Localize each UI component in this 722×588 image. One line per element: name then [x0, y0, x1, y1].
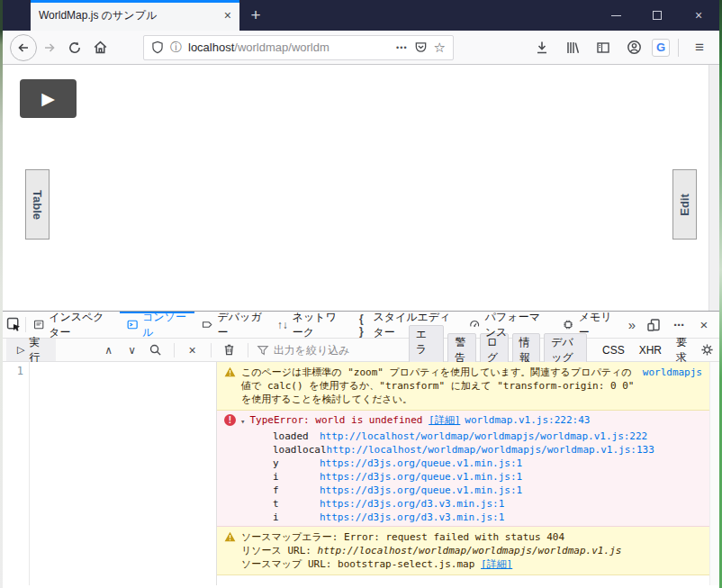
- search-icon: [149, 343, 162, 357]
- gear-icon: [700, 343, 714, 357]
- close-window-button[interactable]: ×: [678, 0, 719, 31]
- stack-frame: loadedhttp://localhost/worldmap/worldmap…: [217, 430, 709, 443]
- warning-icon: [224, 366, 236, 377]
- stack-source-link[interactable]: http://localhost/worldmap/worldmapjs/wor…: [320, 430, 647, 443]
- reload-button[interactable]: [62, 35, 87, 60]
- expand-twisty-icon[interactable]: ▾: [240, 415, 245, 429]
- sourcemap-warning-text: ソースマップエラー: Error: request failed with st…: [241, 530, 702, 571]
- toolbar-separator: [248, 343, 248, 357]
- devtools-tab-network[interactable]: ↑↓ ネットワーク: [270, 312, 352, 338]
- stack-function-name: t: [273, 497, 320, 511]
- stack-source-link[interactable]: https://d3js.org/queue.v1.min.js:1: [320, 470, 522, 484]
- browser-window: WorldMap.js のサンプル × + × ⓘ localhost/worl…: [3, 0, 719, 588]
- g-extension-button[interactable]: G: [652, 39, 670, 57]
- downloads-button[interactable]: [529, 35, 555, 60]
- devtools-tab-performance[interactable]: パフォーマンス: [462, 312, 555, 338]
- table-button[interactable]: Table: [25, 169, 50, 240]
- debugger-icon: [202, 318, 212, 331]
- warning-source-link[interactable]: worldmapjs: [643, 366, 702, 406]
- history-previous-button[interactable]: ∧: [99, 340, 119, 360]
- pocket-icon[interactable]: [414, 41, 428, 54]
- home-button[interactable]: [87, 35, 113, 60]
- site-info-icon[interactable]: ⓘ: [170, 40, 182, 56]
- stack-function-name: i: [273, 470, 320, 484]
- back-button[interactable]: [10, 34, 37, 61]
- sidebar-toggle-button[interactable]: [591, 35, 616, 60]
- navigation-toolbar: ⓘ localhost/worldmap/worldm ••• ☆ G ≡: [3, 31, 719, 65]
- tracking-protection-shield-icon: [151, 41, 164, 54]
- bookmark-star-icon[interactable]: ☆: [434, 40, 446, 56]
- browser-tab-active[interactable]: WorldMap.js のサンプル ×: [31, 0, 239, 31]
- network-icon: ↑↓: [277, 319, 288, 331]
- line-number: 1: [17, 365, 23, 377]
- sourcemap-details-link[interactable]: [詳細]: [481, 558, 512, 570]
- page-content: ▶ Table Edit: [3, 65, 719, 311]
- editor-input-area[interactable]: [30, 362, 216, 585]
- filter-css-button[interactable]: CSS: [598, 343, 629, 357]
- maximize-icon: [653, 11, 662, 20]
- devtools-tab-console[interactable]: コンソール: [120, 312, 195, 338]
- tab-close-icon[interactable]: ×: [224, 9, 231, 22]
- window-controls: ×: [595, 0, 719, 31]
- console-output: このページは非標準の "zoom" プロパティを使用しています。関連するプロパテ…: [217, 362, 719, 585]
- account-button[interactable]: [621, 35, 646, 60]
- console-editor-pane[interactable]: 1: [3, 362, 217, 585]
- url-bar[interactable]: ⓘ localhost/worldmap/worldm ••• ☆: [143, 35, 454, 60]
- tab-memory-label: メモリー: [579, 310, 615, 340]
- error-source-link[interactable]: worldmap.v1.js:222:43: [465, 413, 590, 427]
- minimize-button[interactable]: [595, 0, 636, 31]
- run-button[interactable]: ▷ 実行: [6, 339, 56, 361]
- sidebar-icon: [596, 41, 610, 55]
- editor-line-numbers: 1: [3, 362, 30, 585]
- filter-output-input[interactable]: [274, 344, 409, 357]
- play-button[interactable]: ▶: [20, 79, 77, 118]
- console-error-typeerror: ! ▾ TypeError: world is undefined [詳細] w…: [217, 411, 709, 527]
- console-warning-sourcemap: ソースマップエラー: Error: request failed with st…: [217, 527, 709, 575]
- pick-element-icon: [6, 317, 22, 332]
- stack-source-link[interactable]: https://d3js.org/d3.v3.min.js:1: [320, 511, 504, 524]
- console-filter: [257, 344, 409, 357]
- pick-element-button[interactable]: [3, 312, 25, 338]
- back-arrow-icon: [16, 41, 31, 55]
- history-controls: ∧ ∨ ×: [99, 340, 253, 360]
- devtools-tabbar: インスペクター コンソール デバッガー ↑↓ ネットワーク { } スタイルエデ…: [3, 312, 719, 339]
- new-tab-button[interactable]: +: [239, 0, 272, 31]
- tab-inspector-label: インスペクター: [49, 310, 113, 340]
- error-header[interactable]: ! ▾ TypeError: world is undefined [詳細] w…: [217, 411, 709, 430]
- hamburger-menu-icon: ≡: [695, 39, 704, 57]
- filter-xhr-button[interactable]: XHR: [635, 343, 666, 357]
- clear-console-button[interactable]: [220, 340, 239, 360]
- warning-message-text: このページは非標準の "zoom" プロパティを使用しています。関連するプロパテ…: [241, 366, 637, 406]
- url-host: localhost: [188, 41, 234, 54]
- devtools-tab-debugger[interactable]: デバッガー: [194, 312, 270, 338]
- url-text[interactable]: localhost/worldmap/worldm: [188, 41, 390, 54]
- devtools-tab-style-editor[interactable]: { } スタイルエディター: [352, 312, 462, 338]
- edit-button[interactable]: Edit: [672, 169, 697, 240]
- stack-source-link[interactable]: https://d3js.org/queue.v1.min.js:1: [320, 457, 522, 470]
- tab-performance-label: パフォーマンス: [485, 310, 549, 340]
- stack-source-link[interactable]: http://localhost/worldmap/worldmapjs/wor…: [327, 443, 654, 457]
- error-details-link[interactable]: [詳細]: [429, 414, 460, 426]
- tab-network-label: ネットワーク: [293, 310, 345, 340]
- stack-source-link[interactable]: https://d3js.org/queue.v1.min.js:1: [320, 484, 522, 497]
- minimize-icon: [611, 15, 621, 16]
- maximize-button[interactable]: [636, 0, 678, 31]
- menu-button[interactable]: ≡: [687, 35, 712, 60]
- page-actions-icon[interactable]: •••: [396, 43, 407, 52]
- console-body: 1 このページは非標準の "zoom" プロパティを使用しています。関連するプロ…: [3, 362, 719, 585]
- page-scrollbar[interactable]: [708, 65, 719, 311]
- library-button[interactable]: [560, 35, 585, 60]
- history-next-button[interactable]: ∨: [122, 340, 142, 360]
- stack-frame: ihttps://d3js.org/queue.v1.min.js:1: [217, 470, 709, 484]
- inspector-icon: [33, 318, 44, 331]
- console-icon: [127, 318, 138, 331]
- close-editor-button[interactable]: ×: [183, 340, 203, 360]
- console-output-scrollbar[interactable]: [709, 362, 719, 585]
- performance-icon: [469, 318, 480, 331]
- forward-button[interactable]: [37, 35, 62, 60]
- devtools-tab-memory[interactable]: メモリー: [555, 312, 621, 338]
- stack-source-link[interactable]: https://d3js.org/d3.v3.min.js:1: [320, 497, 504, 511]
- devtools-tab-inspector[interactable]: インスペクター: [26, 312, 120, 338]
- console-settings-button[interactable]: [700, 340, 714, 360]
- reverse-search-button[interactable]: [146, 340, 166, 360]
